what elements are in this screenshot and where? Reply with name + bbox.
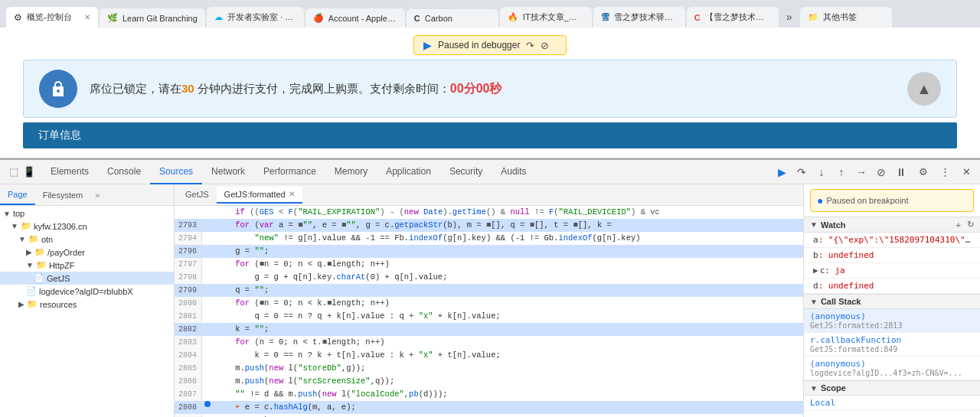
step-out-button[interactable]: ↑ (833, 164, 850, 181)
close-devtools-icon[interactable]: ✕ (959, 165, 974, 180)
line-number: 2804 (175, 349, 202, 362)
tab-console[interactable]: Console (98, 160, 150, 184)
file-tree: ▼ top ▼ 📁 kyfw.12306.cn ▼ 📁 otn ▶ (0, 206, 174, 417)
line-code: for (■n = 0; n < q.■length; n++) (213, 258, 390, 271)
code-line-2806: 2806 m.push(new l("srcScreenSize",q)); (175, 375, 803, 388)
call-stack-frame-2[interactable]: (anonymous) logdevice?algID...4f3=zh-CN&… (804, 357, 980, 380)
settings-icon[interactable]: ⚙ (916, 165, 931, 180)
tab-bookmarks[interactable]: 📁 其他书签 (800, 7, 892, 28)
watch-add-icon[interactable]: + (956, 220, 961, 230)
tree-item-payorder[interactable]: ▶ 📁 /payOrder (0, 246, 174, 259)
resume-execution-button[interactable]: ▶ (773, 164, 790, 181)
tab-6[interactable]: 🔥 IT技术文章_慕课网... (500, 7, 592, 28)
tree-item-getjs[interactable]: 📄 GetJS (0, 272, 174, 285)
line-code: k = 0 == n ? k + t[n].value : k + "x" + … (213, 349, 501, 362)
line-number: 2797 (175, 258, 202, 271)
call-stack-frame-0[interactable]: (anonymous) GetJS:formatted:2813 (804, 309, 980, 333)
tab-2[interactable]: 🌿 Learn Git Branching (100, 8, 205, 28)
resume-button[interactable]: ▶ (423, 39, 432, 51)
code-line-2798: 2798 g = g + q[n].key.charAt(0) + q[n].v… (175, 271, 803, 284)
file-panel-more[interactable]: » (90, 184, 104, 205)
tree-item-logdevice[interactable]: 📄 logdevice?algID=rblubbX (0, 285, 174, 298)
breakpoint-indicator (204, 401, 211, 407)
devtools-inspect-icon[interactable]: ⬚ (6, 165, 21, 180)
tab-label: Carbon (425, 14, 452, 23)
tree-item-kyfw[interactable]: ▼ 📁 kyfw.12306.cn (0, 220, 174, 233)
tab-elements[interactable]: Elements (41, 160, 98, 184)
step-button[interactable]: → (853, 164, 870, 181)
call-stack-frame-1[interactable]: r.callbackFunction GetJS:formatted:849 (804, 333, 980, 357)
code-line-2804: 2804 k = 0 == n ? k + t[n].value : k + "… (175, 349, 803, 362)
scope-section-header[interactable]: ▼ Scope (804, 380, 980, 396)
tab-5[interactable]: C Carbon (407, 9, 498, 28)
watch-item-c: ▶c: ja (804, 263, 980, 279)
line-number: 2807 (175, 388, 202, 401)
tab-active[interactable]: ⚙ 概览-控制台 ✕ (6, 7, 98, 28)
devtools-device-icon[interactable]: 📱 (21, 165, 37, 180)
browser-tabs-bar: ⚙ 概览-控制台 ✕ 🌿 Learn Git Branching ☁ 开发者实验… (0, 0, 980, 28)
code-line-2793: 2793 for (var a = ■"", e = ■"", g = c.ge… (175, 219, 803, 232)
line-code: m.push(new l("srcScreenSize",q)); (213, 375, 394, 388)
call-stack-fn-name-0: (anonymous) (810, 311, 974, 321)
tab-memory[interactable]: Memory (325, 160, 377, 184)
tree-label-logdevice: logdevice?algID=rblubbX (39, 287, 133, 296)
tab-security[interactable]: Security (440, 160, 492, 184)
deactivate-icon[interactable]: ⊘ (541, 40, 549, 51)
pause-on-exception-button[interactable]: ⏸ (893, 164, 910, 181)
tab-filesystem[interactable]: Filesystem (35, 184, 91, 205)
code-tab-getjs-label: GetJS (185, 190, 209, 199)
watch-refresh-icon[interactable]: ↻ (967, 220, 974, 230)
deactivate-breakpoints-button[interactable]: ⊘ (873, 164, 890, 181)
tab-label: 其他书签 (823, 11, 857, 23)
line-code: for (■n = 0; n < k.■length; n++) (213, 297, 390, 310)
tab-network[interactable]: Network (202, 160, 254, 184)
tab-page[interactable]: Page (0, 184, 35, 205)
tab-application[interactable]: Application (377, 160, 440, 184)
code-content[interactable]: if ((GES < F("RAIL_EXPIRATION") - (new D… (175, 206, 803, 417)
tab-performance[interactable]: Performance (254, 160, 325, 184)
code-line-2794: 2794 "new" != g[n].value && -1 == Fb.ind… (175, 232, 803, 245)
tab-sources[interactable]: Sources (150, 160, 202, 184)
tree-item-otn[interactable]: ▼ 📁 otn (0, 233, 174, 246)
code-tab-getjs-formatted[interactable]: GetJS:formatted ✕ (217, 187, 302, 204)
tab-audits[interactable]: Audits (492, 160, 535, 184)
code-line-2805: 2805 m.push(new l("storeDb",g)); (175, 362, 803, 375)
tree-label-otn: otn (41, 235, 53, 244)
tab-close-icon[interactable]: ✕ (84, 13, 90, 21)
watch-item-c-expand[interactable]: ▶ (813, 266, 818, 275)
tree-item-httpzf[interactable]: ▼ 📁 HttpZF (0, 259, 174, 272)
step-over-button[interactable]: ↷ (793, 164, 810, 181)
call-stack-section-header[interactable]: ▼ Call Stack (804, 294, 980, 309)
line-code: if ((GES < F("RAIL_EXPIRATION") - (new D… (213, 206, 660, 219)
tabs-more-button[interactable]: » (780, 6, 799, 28)
page-content: ▶ Paused in debugger ↷ ⊘ 席位已锁定，请在30 分钟内进… (0, 28, 980, 158)
tree-item-top[interactable]: ▼ top (0, 207, 174, 220)
scope-expand-icon: ▼ (810, 384, 818, 393)
tree-label-kyfw: kyfw.12306.cn (34, 222, 87, 231)
step-icon[interactable]: ↷ (526, 40, 534, 51)
line-code: k = ""; (213, 323, 269, 336)
code-tab-getjs[interactable]: GetJS (178, 187, 217, 204)
tree-item-resources[interactable]: ▶ 📁 resources (0, 298, 174, 311)
scroll-up-button[interactable]: ▲ (907, 72, 941, 106)
line-number: 2806 (175, 375, 202, 388)
scope-local-item[interactable]: Local (804, 396, 980, 411)
call-stack-fn-name-2: (anonymous) (810, 359, 974, 369)
step-into-button[interactable]: ↓ (813, 164, 830, 181)
countdown-time: 00分00秒 (450, 82, 502, 95)
watch-section-label: Watch (821, 220, 846, 230)
tab-8[interactable]: C 【雪之梦技术驿站... (687, 7, 779, 28)
code-line-2801: 2801 q = 0 == n ? q + k[n].value : q + "… (175, 310, 803, 323)
code-tab-close-icon[interactable]: ✕ (289, 190, 295, 198)
paused-label: Paused in debugger (438, 40, 520, 50)
line-code: a = e.key; (213, 414, 283, 417)
tab-3[interactable]: ☁ 开发者实验室 · 腾... (207, 7, 304, 28)
minutes-highlight: 30 (181, 82, 194, 95)
line-number: 2799 (175, 284, 202, 297)
file-panel-tabs: Page Filesystem » (0, 184, 174, 206)
code-tab-formatted-label: GetJS:formatted (224, 190, 286, 199)
watch-section-header[interactable]: ▼ Watch + ↻ (804, 217, 980, 233)
tab-4[interactable]: 🍎 Account - Apple D... (305, 8, 405, 28)
tab-7[interactable]: 雪 雪之梦技术驿站 -... (593, 7, 685, 28)
more-options-icon[interactable]: ⋮ (937, 165, 952, 180)
